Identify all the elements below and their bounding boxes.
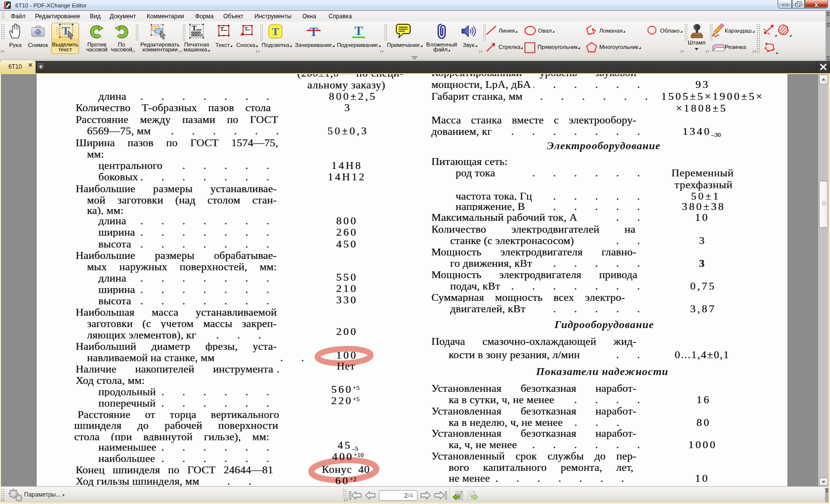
svg-text:T: T: [354, 24, 363, 38]
svg-text:T: T: [220, 26, 224, 33]
svg-text:T: T: [245, 26, 249, 32]
svg-text:T: T: [272, 25, 279, 38]
svg-text:T: T: [309, 25, 318, 39]
svg-text:T: T: [192, 24, 197, 32]
